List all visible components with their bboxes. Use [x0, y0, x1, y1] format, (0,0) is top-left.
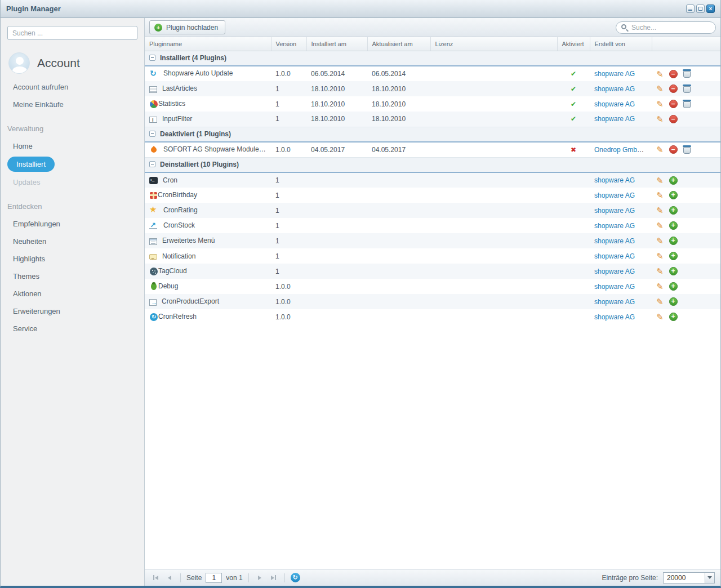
table-row[interactable]: Notification1shopware AG✎+	[145, 248, 720, 264]
toolbar-search-input[interactable]	[616, 21, 716, 34]
creator-link[interactable]: Onedrop GmbH &...	[594, 146, 652, 154]
edit-icon[interactable]: ✎	[656, 191, 664, 199]
next-page-button[interactable]	[255, 573, 265, 583]
edit-icon[interactable]: ✎	[656, 237, 664, 245]
install-icon[interactable]: +	[669, 282, 678, 291]
install-icon[interactable]: +	[669, 313, 678, 321]
page-input[interactable]	[206, 573, 222, 583]
install-icon[interactable]: +	[669, 267, 678, 275]
table-row[interactable]: TagCloud1shopware AG✎+	[145, 264, 720, 279]
creator-link[interactable]: shopware AG	[594, 115, 635, 123]
creator-link[interactable]: shopware AG	[594, 252, 635, 260]
edit-icon[interactable]: ✎	[656, 206, 664, 215]
column-header-lizenz[interactable]: Lizenz	[430, 37, 557, 51]
sidebar-item-erweiterungen[interactable]: Erweiterungen	[1, 302, 144, 320]
edit-icon[interactable]: ✎	[656, 252, 664, 260]
table-row[interactable]: LastArticles118.10.201018.10.2010✔shopwa…	[145, 81, 720, 96]
edit-icon[interactable]: ✎	[656, 267, 664, 275]
install-icon[interactable]: +	[669, 297, 678, 306]
table-row[interactable]: Statistics118.10.201018.10.2010✔shopware…	[145, 96, 720, 112]
column-header-pluginname[interactable]: Pluginname	[145, 37, 271, 51]
column-header-actions[interactable]	[652, 37, 720, 51]
deactivate-icon[interactable]: –	[669, 115, 678, 123]
edit-icon[interactable]: ✎	[656, 221, 664, 230]
table-row[interactable]: CronRating1shopware AG✎+	[145, 203, 720, 218]
sidebar-item-themes[interactable]: Themes	[1, 268, 144, 285]
sidebar-item-neuheiten[interactable]: Neuheiten	[1, 233, 144, 250]
sidebar-link-meine-einkaufe[interactable]: Meine Einkäufe	[1, 96, 144, 113]
sidebar-search-input[interactable]	[7, 26, 137, 40]
install-icon[interactable]: +	[669, 252, 678, 260]
collapse-icon[interactable]	[149, 161, 155, 167]
table-row[interactable]: Cron1shopware AG✎+	[145, 172, 720, 188]
sidebar-item-service[interactable]: Service	[1, 320, 144, 337]
table-row[interactable]: CronStock1shopware AG✎+	[145, 218, 720, 233]
install-icon[interactable]: +	[669, 221, 678, 230]
sidebar-item-installiert[interactable]: Installiert	[7, 157, 55, 172]
deactivate-icon[interactable]: –	[669, 145, 678, 154]
sidebar-item-home[interactable]: Home	[1, 137, 144, 155]
first-page-button[interactable]	[150, 573, 161, 583]
creator-link[interactable]: shopware AG	[594, 298, 635, 306]
install-icon[interactable]: +	[669, 206, 678, 215]
install-icon[interactable]: +	[669, 191, 678, 199]
column-header-version[interactable]: Version	[271, 37, 306, 51]
deactivate-icon[interactable]: –	[669, 84, 678, 93]
install-icon[interactable]: +	[669, 176, 678, 185]
creator-link[interactable]: shopware AG	[594, 313, 635, 321]
creator-link[interactable]: shopware AG	[594, 222, 635, 230]
column-header-aktiviert[interactable]: Aktiviert	[557, 37, 590, 51]
upload-plugin-button[interactable]: + Plugin hochladen	[149, 20, 225, 34]
maximize-button[interactable]	[696, 5, 705, 13]
column-header-aktualisiert-am[interactable]: Aktualisiert am	[367, 37, 430, 51]
edit-icon[interactable]: ✎	[656, 84, 664, 93]
column-header-installiert-am[interactable]: Installiert am	[306, 37, 367, 51]
refresh-button[interactable]: ↻	[291, 573, 300, 582]
edit-icon[interactable]: ✎	[656, 70, 664, 78]
sidebar-item-highlights[interactable]: Highlights	[1, 250, 144, 268]
column-header-erstellt-von[interactable]: Erstellt von	[590, 37, 652, 51]
table-row[interactable]: CronBirthday1shopware AG✎+	[145, 188, 720, 203]
edit-icon[interactable]: ✎	[656, 115, 664, 123]
creator-link[interactable]: shopware AG	[594, 85, 635, 93]
deactivate-icon[interactable]: –	[669, 100, 678, 108]
creator-link[interactable]: shopware AG	[594, 70, 635, 78]
table-row[interactable]: SOFORT AG Shopware Module v21.0.004.05.2…	[145, 142, 720, 157]
sidebar-item-aktionen[interactable]: Aktionen	[1, 285, 144, 302]
install-icon[interactable]: +	[669, 237, 678, 245]
per-page-select[interactable]: 20000	[663, 572, 715, 583]
table-row[interactable]: CronProductExport1.0.0shopware AG✎+	[145, 294, 720, 309]
sidebar-item-updates[interactable]: Updates	[1, 173, 144, 191]
table-row[interactable]: InputFilter118.10.201018.10.2010✔shopwar…	[145, 112, 720, 127]
edit-icon[interactable]: ✎	[656, 145, 664, 154]
creator-link[interactable]: shopware AG	[594, 191, 635, 199]
edit-icon[interactable]: ✎	[656, 297, 664, 306]
uninstall-icon[interactable]	[683, 86, 691, 93]
window-titlebar[interactable]: Plugin Manager	[1, 0, 720, 18]
uninstall-icon[interactable]	[683, 71, 691, 78]
minimize-button[interactable]	[686, 5, 695, 13]
edit-icon[interactable]: ✎	[656, 100, 664, 108]
deactivate-icon[interactable]: –	[669, 70, 678, 78]
creator-link[interactable]: shopware AG	[594, 176, 635, 184]
table-row[interactable]: Shopware Auto Update1.0.006.05.201406.05…	[145, 66, 720, 81]
collapse-icon[interactable]	[149, 131, 155, 137]
creator-link[interactable]: shopware AG	[594, 283, 635, 291]
creator-link[interactable]: shopware AG	[594, 268, 635, 275]
close-button[interactable]	[706, 5, 715, 13]
edit-icon[interactable]: ✎	[656, 176, 664, 185]
collapse-icon[interactable]	[149, 55, 155, 61]
table-row[interactable]: Debug1.0.0shopware AG✎+	[145, 279, 720, 294]
edit-icon[interactable]: ✎	[656, 313, 664, 321]
uninstall-icon[interactable]	[683, 101, 691, 108]
sidebar-link-account-aufrufen[interactable]: Account aufrufen	[1, 78, 144, 96]
uninstall-icon[interactable]	[683, 147, 691, 154]
creator-link[interactable]: shopware AG	[594, 207, 635, 215]
sidebar-item-empfehlungen[interactable]: Empfehlungen	[1, 215, 144, 233]
table-row[interactable]: Erweitertes Menü1shopware AG✎+	[145, 233, 720, 248]
creator-link[interactable]: shopware AG	[594, 237, 635, 245]
prev-page-button[interactable]	[164, 573, 175, 583]
table-row[interactable]: CronRefresh1.0.0shopware AG✎+	[145, 309, 720, 324]
last-page-button[interactable]	[269, 573, 279, 583]
edit-icon[interactable]: ✎	[656, 282, 664, 291]
